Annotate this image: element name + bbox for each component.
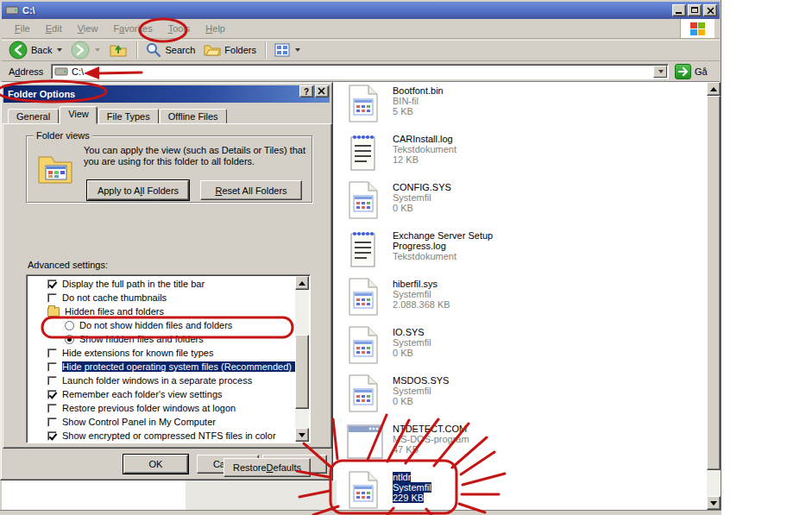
reset-all-folders-button[interactable]: Reset All Folders [200, 180, 302, 200]
file-name: IO.SYS [393, 327, 425, 337]
file-tile-ntdetect-com[interactable]: NTDETECT.COMMS-DOS-program47 KB [346, 422, 536, 470]
setting-row[interactable]: Do not cache thumbnails [27, 291, 295, 305]
dialog-help-button[interactable]: ? [299, 85, 313, 97]
file-list: Bootfont.binBIN-fil5 KBCARInstall.logTek… [346, 84, 536, 515]
radio-icon[interactable] [65, 335, 74, 344]
file-tile-io-sys[interactable]: IO.SYSSystemfil0 KB [346, 325, 536, 374]
file-text: CARInstall.logTekstdokument12 KB [393, 132, 531, 165]
scroll-down-button[interactable] [707, 496, 721, 510]
checkbox-icon[interactable] [47, 349, 57, 358]
maximize-icon [691, 7, 698, 13]
setting-label: Show encrypted or compressed NTFS files … [62, 430, 276, 441]
tab-view[interactable]: View [60, 106, 98, 124]
address-input[interactable]: C:\ [51, 64, 669, 79]
setting-row[interactable]: Do not show hidden files and folders [27, 318, 295, 332]
file-text: hiberfil.sysSystemfil2.088.368 KB [393, 277, 531, 310]
file-text: ntldrSystemfil229 KB [393, 470, 531, 503]
setting-row[interactable]: Restore previous folder windows at logon [27, 401, 295, 415]
go-button[interactable] [675, 64, 691, 79]
toolbar-separator [265, 41, 266, 59]
file-tile-hiberfil-sys[interactable]: hiberfil.sysSystemfil2.088.368 KB [346, 277, 536, 325]
checkbox-icon[interactable] [47, 418, 57, 427]
checkbox-icon[interactable] [47, 431, 57, 441]
vertical-scrollbar[interactable] [707, 82, 721, 510]
views-button[interactable] [271, 41, 304, 60]
setting-label: Do not show hidden files and folders [79, 320, 232, 330]
folder-views-description: You can apply the view (such as Details … [84, 145, 310, 167]
setting-row[interactable]: Hide extensions for known file types [27, 346, 295, 360]
setting-label: Hide extensions for known file types [62, 348, 213, 358]
dialog-close-button[interactable] [315, 85, 329, 97]
maximize-button[interactable] [688, 4, 702, 16]
minimize-button[interactable] [672, 4, 686, 16]
menu-item-tools[interactable]: Tools [161, 21, 198, 36]
menu-item-help[interactable]: Help [198, 21, 233, 36]
file-tile-msdos-sys[interactable]: MSDOS.SYSSystemfil0 KB [346, 374, 536, 422]
setting-row[interactable]: Hide protected operating system files (R… [27, 360, 295, 374]
checkbox-icon[interactable] [47, 390, 57, 399]
go-label: Gå [695, 66, 708, 77]
checkbox-icon[interactable] [47, 279, 57, 289]
address-bar: Address C:\ Gå [2, 61, 720, 82]
scrollbar-thumb[interactable] [707, 96, 721, 470]
back-button[interactable]: Back [5, 41, 66, 60]
scroll-down-button[interactable] [295, 428, 309, 442]
apply-to-all-folders-button[interactable]: Apply to All Folders [87, 180, 189, 200]
file-name: NTDETECT.COM [393, 424, 467, 434]
file-text: IO.SYSSystemfil0 KB [393, 325, 531, 358]
forward-button[interactable] [67, 41, 104, 60]
file-name: CARInstall.log [393, 134, 453, 144]
back-label: Back [31, 45, 52, 55]
menu-bar: FileEditViewFavoritesToolsHelp [2, 19, 720, 39]
forward-dropdown-icon [95, 48, 100, 52]
file-name: Bootfont.bin [393, 85, 444, 96]
folder-icon[interactable] [47, 307, 60, 317]
file-tile-carinstall-log[interactable]: CARInstall.logTekstdokument12 KB [346, 132, 536, 180]
settings-scrollbar[interactable] [295, 276, 309, 442]
file-tile-bootfont-bin[interactable]: Bootfont.binBIN-fil5 KB [346, 84, 536, 132]
file-type: Systemfil [393, 289, 431, 299]
setting-row[interactable]: Show Control Panel in My Computer [27, 415, 295, 429]
setting-row[interactable]: Show encrypted or compressed NTFS files … [27, 429, 295, 443]
tab-offline-files[interactable]: Offline Files [160, 109, 227, 124]
setting-row[interactable]: Display the full path in the title bar [27, 277, 295, 291]
restore-defaults-button[interactable]: Restore Defaults [223, 458, 311, 477]
window-bottom-frame [0, 510, 721, 515]
search-button[interactable]: Search [142, 41, 198, 60]
search-label: Search [165, 45, 195, 55]
menu-item-favorites[interactable]: Favorites [105, 21, 160, 36]
advanced-settings-list: Display the full path in the title barDo… [26, 274, 311, 443]
address-dropdown-button[interactable] [653, 66, 667, 78]
file-tile-config-sys[interactable]: CONFIG.SYSSystemfil0 KB [346, 180, 536, 229]
scroll-up-button[interactable] [707, 82, 721, 96]
folders-button[interactable]: Folders [200, 41, 260, 60]
menu-item-edit[interactable]: Edit [38, 21, 70, 36]
file-tile-exchange-server-setup-progress-log[interactable]: Exchange Server Setup Progress.logTekstd… [346, 229, 536, 277]
tab-file-types[interactable]: File Types [98, 109, 159, 124]
checkbox-icon[interactable] [47, 376, 57, 386]
forward-icon [71, 41, 90, 60]
file-type: Systemfil [393, 337, 431, 348]
checkbox-icon[interactable] [47, 362, 57, 372]
checkbox-icon[interactable] [47, 404, 57, 413]
close-icon [318, 87, 326, 96]
setting-row[interactable]: Show hidden files and folders [27, 332, 295, 346]
menu-item-file[interactable]: File [7, 21, 38, 36]
system-file-icon [346, 325, 384, 365]
up-button[interactable] [105, 41, 131, 60]
folder-views-groupbox: Folder views You can apply the view (suc… [26, 135, 312, 203]
checkbox-icon[interactable] [47, 293, 57, 303]
tab-general[interactable]: General [8, 109, 59, 124]
ok-button[interactable]: OK [123, 455, 188, 474]
dialog-tabs: GeneralViewFile TypesOffline Files [8, 107, 228, 124]
scroll-up-button[interactable] [295, 276, 309, 290]
setting-row[interactable]: Remember each folder's view settings [27, 387, 295, 401]
file-tile-ntldr[interactable]: ntldrSystemfil229 KB [346, 470, 536, 515]
setting-label: Launch folder windows in a separate proc… [62, 375, 252, 386]
menu-item-view[interactable]: View [70, 21, 106, 36]
scrollbar-thumb[interactable] [295, 335, 309, 409]
close-button[interactable] [703, 4, 717, 16]
radio-icon[interactable] [65, 321, 74, 330]
setting-row[interactable]: Launch folder windows in a separate proc… [27, 374, 295, 387]
setting-row[interactable]: Hidden files and folders [27, 305, 295, 318]
